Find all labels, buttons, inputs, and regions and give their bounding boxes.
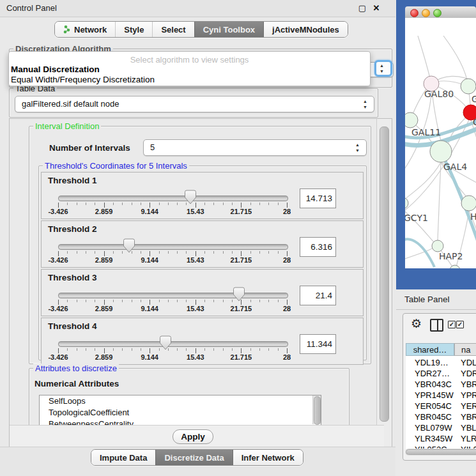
apply-button[interactable]: Apply <box>173 429 213 444</box>
cell-name: YLR3 <box>461 433 476 444</box>
major-tick <box>58 203 59 208</box>
tab-impute-data[interactable]: Impute Data <box>91 450 155 465</box>
algorithm-dropdown-popup: Select algorithm to view settings Manual… <box>8 51 371 86</box>
minor-tick <box>67 203 68 205</box>
table-row[interactable]: YDL19…YDL1 <box>406 357 476 368</box>
minor-tick <box>86 203 86 205</box>
minor-tick <box>77 300 77 302</box>
table-panel-title: Table Panel <box>404 295 450 304</box>
minor-tick <box>278 300 279 302</box>
minor-tick <box>141 300 141 302</box>
dropdown-option-equal-width[interactable]: Equal Width/Frequency Discretization <box>11 75 155 84</box>
node-table: shared…naYDL19…YDL1YDR27…YDR2YBR043CYBR0… <box>406 343 476 449</box>
algorithm-combobox-button[interactable] <box>374 60 392 77</box>
tab-label: Network <box>74 25 107 35</box>
algorithm-dropdown-hint: Select algorithm to view settings <box>9 55 370 65</box>
slider-track[interactable] <box>58 341 288 347</box>
tick-label: 21.715 <box>231 353 252 361</box>
slider-track[interactable] <box>58 244 288 250</box>
threshold-value-field[interactable]: 14.713 <box>300 188 336 208</box>
close-window-icon[interactable]: ✕ <box>371 3 382 14</box>
control-panel-title: Control Panel <box>6 3 57 13</box>
minor-tick <box>77 203 77 205</box>
tick-label: -3.426 <box>48 353 68 361</box>
minor-tick <box>122 203 123 205</box>
minor-tick <box>223 300 224 302</box>
tab-network[interactable]: Network <box>55 22 115 37</box>
minor-tick <box>268 251 269 254</box>
minor-tick <box>213 300 214 302</box>
slider-thumb[interactable] <box>159 335 172 350</box>
checkbox-icon[interactable]: ✓ <box>448 321 456 328</box>
minor-tick <box>132 203 132 205</box>
tab-select[interactable]: Select <box>152 22 194 37</box>
minor-tick <box>159 251 160 254</box>
tick-label: 28 <box>283 208 291 215</box>
threshold-box-4: Threshold 4-3.4262.8599.14415.4321.71528… <box>41 318 364 365</box>
table-row[interactable]: YBL079WYBL0 <box>406 422 476 433</box>
zoom-traffic-light-icon[interactable] <box>433 9 441 17</box>
network-node-green[interactable] <box>405 112 418 128</box>
threshold-box-2: Threshold 2-3.4262.8599.14415.4321.71528… <box>41 220 364 268</box>
slider-thumb[interactable] <box>123 238 135 253</box>
settings-scroll-panel: Interval Definition Number of Intervals … <box>9 118 392 448</box>
network-node-green[interactable] <box>430 141 452 162</box>
network-node-green[interactable] <box>461 196 476 211</box>
tab-label: Discretize Data <box>164 453 224 463</box>
slider-thumb[interactable] <box>233 287 245 302</box>
checkbox-icon[interactable]: ✓ <box>456 321 464 328</box>
network-node-green[interactable] <box>405 197 408 209</box>
network-view-window: GAL80GACGAL11GAL4GCY1HHAP2 <box>396 0 476 289</box>
table-row[interactable]: YLR345WYLR3 <box>406 433 476 444</box>
attribute-list-item[interactable]: TopologicalCoefficient <box>40 407 321 418</box>
tab-style[interactable]: Style <box>115 22 152 37</box>
number-of-intervals-combobox[interactable]: 5 <box>143 139 367 156</box>
table-row[interactable]: YBR045CYBR0 <box>406 411 476 422</box>
major-tick <box>287 300 288 305</box>
attribute-list-item[interactable]: SelfLoops <box>40 395 321 407</box>
minor-tick <box>223 203 224 205</box>
tab-infer-network[interactable]: Infer Network <box>233 450 303 465</box>
column-header-name[interactable]: na <box>454 343 476 356</box>
minor-tick <box>204 203 205 205</box>
gear-icon[interactable]: ⚙ <box>411 316 422 331</box>
slider-track[interactable] <box>58 196 288 201</box>
slider-thumb[interactable] <box>184 190 197 204</box>
network-canvas[interactable]: GAL80GACGAL11GAL4GCY1HHAP2 <box>405 18 476 268</box>
minor-tick <box>95 251 95 254</box>
table-row[interactable]: YPR145WYPR1 <box>406 390 476 401</box>
threshold-value-field[interactable]: 6.316 <box>300 237 336 257</box>
table-data-value: galFiltered.sif default node <box>22 99 119 109</box>
tab-jactivemnodules[interactable]: jActiveMNodules <box>263 22 348 37</box>
column-header-shared-name[interactable]: shared… <box>406 343 454 356</box>
tab-cyni-toolbox[interactable]: Cyni Toolbox <box>194 22 263 37</box>
minor-tick <box>232 251 233 254</box>
close-traffic-light-icon[interactable] <box>410 9 418 17</box>
split-columns-icon[interactable] <box>430 319 443 332</box>
minor-tick <box>268 348 269 351</box>
tab-discretize-data[interactable]: Discretize Data <box>155 450 232 465</box>
dropdown-option-manual[interactable]: Manual Discretization <box>11 65 100 74</box>
slider-track[interactable] <box>58 293 288 298</box>
table-row[interactable]: YER054CYER0 <box>406 401 476 411</box>
numerical-attributes-list[interactable]: SelfLoopsTopologicalCoefficientBetweenne… <box>39 395 321 426</box>
attributes-list-scrollbar[interactable] <box>312 395 321 424</box>
table-data-combobox[interactable]: galFiltered.sif default node <box>15 96 374 112</box>
table-row[interactable]: YBR043CYBR0 <box>406 379 476 390</box>
table-horizontal-scrollbar[interactable] <box>405 449 476 456</box>
major-tick <box>150 203 150 208</box>
threshold-value-field[interactable]: 21.4 <box>300 286 336 305</box>
minimize-traffic-light-icon[interactable] <box>422 9 430 17</box>
float-window-icon[interactable]: ▢ <box>357 3 368 14</box>
panel-scrollbar[interactable] <box>376 119 392 446</box>
tick-label: -3.426 <box>48 208 68 215</box>
interval-definition-title: Interval Definition <box>33 121 101 131</box>
minor-tick <box>259 203 260 205</box>
minor-tick <box>86 251 86 254</box>
minor-tick <box>177 203 178 205</box>
threshold-value-field[interactable]: 11.344 <box>300 334 336 354</box>
network-node-green[interactable] <box>432 240 443 252</box>
table-row[interactable]: YDR27…YDR2 <box>406 368 476 379</box>
network-node-green[interactable] <box>461 79 476 94</box>
major-tick <box>150 251 150 256</box>
